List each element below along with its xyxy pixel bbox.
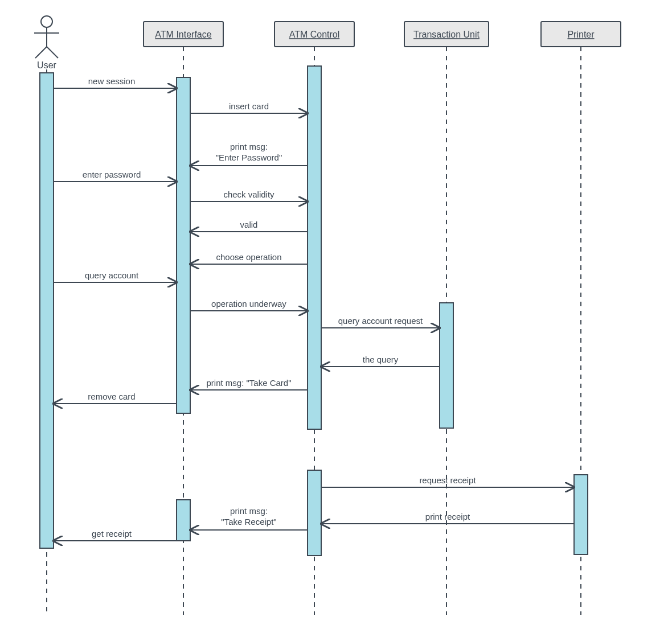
participant-label: ATM Interface (155, 30, 211, 39)
message-label: print receipt (425, 512, 470, 521)
activation-atm-interface-2 (177, 500, 190, 541)
message-label: "Enter Password" (216, 153, 282, 162)
message-label: remove card (88, 392, 135, 401)
svg-point-0 (41, 16, 52, 27)
participant-printer: Printer (541, 22, 621, 47)
message-label: check validity (223, 190, 274, 199)
participant-transaction-unit: Transaction Unit (404, 22, 489, 47)
message-label: query account request (338, 316, 423, 326)
participant-atm-control: ATM Control (274, 22, 354, 47)
activation-atm-control-1 (308, 66, 321, 429)
actor-user: User (34, 16, 59, 70)
message-label: print msg: (230, 142, 268, 151)
participant-atm-interface: ATM Interface (144, 22, 223, 47)
message-label: operation underway (211, 299, 286, 309)
message-label: request receipt (419, 475, 476, 485)
message-label: print msg: "Take Card" (206, 378, 291, 388)
message-label: choose operation (216, 252, 281, 262)
participant-label: ATM Control (289, 30, 340, 39)
message-label: enter password (83, 170, 141, 179)
message-label: print msg: (230, 506, 268, 516)
message-label: valid (240, 220, 258, 229)
participant-label: Transaction Unit (413, 30, 480, 39)
activation-atm-control-2 (308, 470, 321, 556)
activation-user (40, 73, 54, 548)
message-label: query account (85, 270, 139, 280)
message-label: the query (363, 355, 399, 364)
sequence-diagram: User ATM Interface ATM Control Transacti… (0, 0, 672, 633)
svg-line-4 (47, 47, 58, 58)
message-label: get receipt (92, 529, 132, 539)
message-label: "Take Receipt" (221, 517, 276, 527)
activation-transaction-unit (440, 303, 453, 428)
svg-line-3 (35, 47, 47, 58)
message-label: insert card (229, 101, 269, 111)
message-label: new session (88, 76, 136, 86)
participant-label: Printer (567, 30, 595, 39)
activation-atm-interface-1 (177, 77, 190, 413)
activation-printer (574, 475, 588, 554)
actor-label: User (37, 60, 56, 70)
